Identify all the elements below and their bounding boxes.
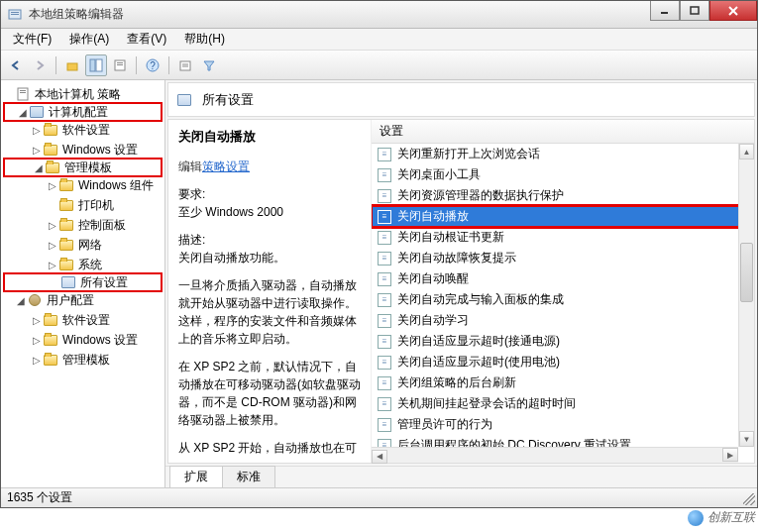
tab-standard[interactable]: 标准: [222, 466, 275, 487]
list-row[interactable]: ≡关闭自动故障恢复提示: [372, 248, 754, 268]
scroll-down-button[interactable]: ▼: [739, 431, 754, 447]
show-tree-button[interactable]: [85, 54, 107, 76]
expand-icon[interactable]: ▷: [31, 145, 43, 156]
expand-icon[interactable]: ▷: [31, 315, 43, 326]
tree-system[interactable]: ▷ 系统: [3, 255, 163, 274]
tree-user-admin[interactable]: ▷ 管理模板: [3, 350, 163, 370]
tree-admin-templates[interactable]: ◢ 管理模板: [3, 158, 163, 177]
menu-help[interactable]: 帮助(H): [176, 29, 233, 50]
list-row[interactable]: ≡关闭自动完成与输入面板的集成: [372, 289, 754, 310]
requirement-value: 至少 Windows 2000: [178, 205, 283, 219]
expand-icon[interactable]: ▷: [47, 260, 58, 270]
expand-icon[interactable]: ▷: [47, 220, 58, 231]
watermark-text: 创新互联: [707, 509, 755, 526]
properties-button[interactable]: [109, 54, 131, 76]
svg-rect-8: [90, 59, 95, 71]
export-button[interactable]: [174, 54, 196, 76]
list-row[interactable]: ≡关闭资源管理器的数据执行保护: [372, 185, 754, 206]
horizontal-scrollbar[interactable]: ◀ ▶: [372, 447, 738, 463]
menu-action[interactable]: 操作(A): [61, 29, 117, 50]
svg-rect-18: [20, 92, 26, 93]
expand-icon[interactable]: ▷: [47, 240, 58, 251]
list-item-label: 关闭桌面小工具: [397, 166, 481, 183]
filter-button[interactable]: [198, 54, 220, 76]
scroll-thumb[interactable]: [740, 243, 753, 302]
back-button[interactable]: [5, 54, 27, 76]
app-icon: [7, 7, 23, 23]
close-button[interactable]: [709, 1, 757, 21]
list-row[interactable]: ≡关闭桌面小工具: [372, 164, 754, 185]
list-row[interactable]: ≡关闭自适应显示超时(接通电源): [372, 331, 754, 352]
menu-view[interactable]: 查看(V): [119, 29, 174, 50]
tree-label: Windows 设置: [62, 332, 138, 349]
settings-list-icon: [60, 274, 76, 290]
tree-computer-config[interactable]: ◢ 计算机配置: [3, 102, 163, 122]
policy-settings-link[interactable]: 策略设置: [202, 160, 250, 173]
tree-software-settings[interactable]: ▷ 软件设置: [3, 120, 163, 140]
policy-item-icon: ≡: [378, 252, 391, 266]
list-item-label: 关闭重新打开上次浏览会话: [397, 146, 540, 162]
help-button[interactable]: ?: [142, 54, 163, 76]
collapse-icon[interactable]: ◢: [33, 162, 45, 173]
tree-user-config[interactable]: ◢ 用户配置: [3, 290, 163, 310]
tree-network[interactable]: ▷ 网络: [3, 235, 163, 255]
tree-label: 管理模板: [64, 160, 112, 176]
folder-icon: [45, 160, 60, 175]
tree-windows-components[interactable]: ▷ Windows 组件: [3, 175, 163, 195]
tree-windows-settings[interactable]: ▷ Windows 设置: [3, 140, 163, 160]
window-frame: 本地组策略编辑器 文件(F) 操作(A) 查看(V) 帮助(H) ? 本地计算: [0, 0, 758, 508]
menu-file[interactable]: 文件(F): [5, 29, 59, 50]
forward-button[interactable]: [29, 54, 51, 76]
list-row[interactable]: ≡关闭自动根证书更新: [372, 227, 754, 248]
svg-rect-2: [11, 14, 19, 15]
tree-control-panel[interactable]: ▷ 控制面板: [3, 215, 163, 235]
folder-icon: [58, 217, 74, 233]
tree-printers[interactable]: 打印机: [3, 195, 163, 215]
settings-list-icon: [176, 92, 192, 108]
expand-icon[interactable]: ▷: [47, 180, 58, 191]
list-body[interactable]: ≡关闭重新打开上次浏览会话≡关闭桌面小工具≡关闭资源管理器的数据执行保护≡关闭自…: [372, 144, 754, 463]
list-item-label: 关闭自适应显示超时(接通电源): [397, 333, 560, 350]
maximize-button[interactable]: [680, 1, 709, 21]
toolbar: ?: [1, 51, 757, 80]
tree-root[interactable]: 本地计算机 策略: [3, 84, 163, 104]
vertical-scrollbar[interactable]: ▲ ▼: [738, 144, 754, 447]
list-row[interactable]: ≡关闭组策略的后台刷新: [372, 372, 754, 393]
tab-extended[interactable]: 扩展: [169, 466, 223, 487]
titlebar[interactable]: 本地组策略编辑器: [1, 1, 757, 29]
tree-label: Windows 设置: [62, 142, 138, 159]
list-row[interactable]: ≡关闭重新打开上次浏览会话: [372, 144, 754, 164]
list-column-header[interactable]: 设置: [372, 120, 754, 144]
folder-icon: [43, 332, 58, 348]
scroll-left-button[interactable]: ◀: [372, 450, 387, 464]
up-button[interactable]: [61, 54, 83, 76]
scroll-right-button[interactable]: ▶: [722, 448, 738, 462]
svg-rect-9: [96, 59, 102, 71]
watermark: 创新互联: [688, 509, 755, 526]
tree-all-settings[interactable]: 所有设置: [3, 272, 163, 292]
user-icon: [27, 292, 43, 308]
list-row[interactable]: ≡关闭自动学习: [372, 310, 754, 331]
list-row[interactable]: ≡关闭自适应显示超时(使用电池): [372, 352, 754, 372]
folder-icon: [58, 197, 74, 213]
tree-user-software[interactable]: ▷ 软件设置: [3, 310, 163, 330]
resize-grip[interactable]: [743, 493, 755, 505]
tabs: 扩展 标准: [165, 466, 757, 487]
tree-user-windows[interactable]: ▷ Windows 设置: [3, 330, 163, 350]
minimize-button[interactable]: [650, 1, 680, 21]
list-row[interactable]: ≡关机期间挂起登录会话的超时时间: [372, 393, 754, 414]
expand-icon[interactable]: ▷: [31, 355, 43, 366]
list-row[interactable]: ≡管理员许可的行为: [372, 414, 754, 435]
collapse-icon[interactable]: ◢: [17, 107, 29, 118]
list-row[interactable]: ≡关闭自动唤醒: [372, 268, 754, 289]
collapse-icon[interactable]: ◢: [15, 295, 27, 306]
tree-pane[interactable]: 本地计算机 策略 ◢ 计算机配置 ▷ 软件设置 ▷ Windows 设置 ◢ 管…: [1, 80, 165, 487]
requirement-label: 要求:: [178, 187, 205, 201]
scroll-up-button[interactable]: ▲: [739, 144, 754, 160]
svg-rect-4: [691, 7, 699, 14]
policy-item-icon: ≡: [378, 314, 391, 328]
expand-icon[interactable]: ▷: [31, 335, 43, 346]
list-row[interactable]: ≡关闭自动播放: [372, 206, 754, 227]
expand-icon[interactable]: ▷: [31, 125, 43, 136]
svg-rect-7: [67, 63, 77, 70]
